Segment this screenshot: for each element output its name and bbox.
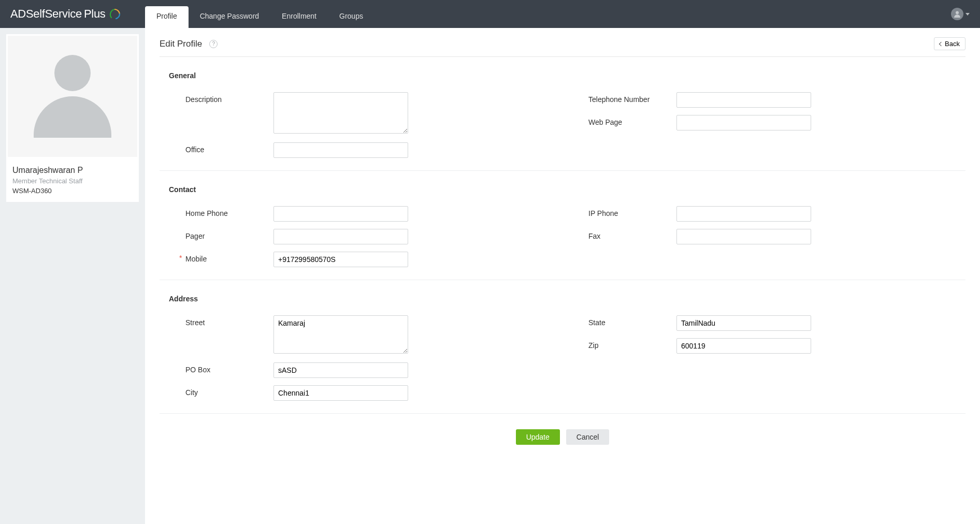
- user-menu[interactable]: [951, 8, 980, 20]
- office-input[interactable]: [273, 142, 408, 158]
- back-button[interactable]: Back: [934, 37, 965, 50]
- logo-plus: Plus: [84, 7, 106, 21]
- ipphone-input[interactable]: [676, 206, 811, 222]
- city-input[interactable]: [273, 385, 408, 401]
- webpage-label: Web Page: [563, 115, 676, 126]
- pobox-label: PO Box: [160, 362, 273, 374]
- street-input[interactable]: Kamaraj: [273, 315, 408, 354]
- logo-swirl-icon: [108, 7, 122, 21]
- webpage-input[interactable]: [676, 115, 811, 130]
- tab-groups[interactable]: Groups: [328, 6, 374, 28]
- pobox-input[interactable]: [273, 362, 408, 378]
- profile-org: WSM-AD360: [12, 187, 133, 195]
- section-general: General Description Office Telephone Num…: [160, 62, 965, 171]
- svg-point-0: [956, 11, 959, 14]
- tab-enrollment[interactable]: Enrollment: [270, 6, 328, 28]
- section-contact-title: Contact: [160, 176, 965, 206]
- street-label: Street: [160, 315, 273, 327]
- mobile-label-text: Mobile: [185, 255, 207, 263]
- section-address-title: Address: [160, 285, 965, 315]
- ipphone-label: IP Phone: [563, 206, 676, 217]
- help-icon[interactable]: ?: [209, 40, 218, 48]
- page-header: Edit Profile ? Back: [160, 37, 965, 57]
- chevron-down-icon: [965, 13, 970, 16]
- app-logo: ADSelfService Plus: [0, 0, 145, 28]
- tab-profile[interactable]: Profile: [145, 6, 189, 28]
- homephone-label: Home Phone: [160, 206, 273, 217]
- state-input[interactable]: [676, 315, 811, 331]
- zip-label: Zip: [563, 338, 676, 350]
- mobile-label: * Mobile: [160, 252, 273, 263]
- section-general-title: General: [160, 62, 965, 92]
- profile-role: Member Technical Staff: [12, 177, 133, 185]
- office-label: Office: [160, 142, 273, 154]
- mobile-input[interactable]: [273, 252, 408, 267]
- user-avatar-icon: [951, 8, 963, 20]
- main-content: Edit Profile ? Back General Description …: [145, 28, 980, 524]
- avatar-body-icon: [34, 96, 111, 138]
- profile-name: Umarajeshwaran P: [12, 166, 133, 175]
- fax-input[interactable]: [676, 229, 811, 244]
- body-container: Umarajeshwaran P Member Technical Staff …: [0, 28, 980, 524]
- zip-input[interactable]: [676, 338, 811, 354]
- description-label: Description: [160, 92, 273, 104]
- telephone-input[interactable]: [676, 92, 811, 108]
- back-button-label: Back: [945, 40, 960, 48]
- sidebar: Umarajeshwaran P Member Technical Staff …: [0, 28, 145, 524]
- page-title: Edit Profile: [160, 39, 202, 49]
- description-input[interactable]: [273, 92, 408, 134]
- telephone-label: Telephone Number: [563, 92, 676, 104]
- cancel-button[interactable]: Cancel: [566, 429, 610, 445]
- chevron-left-icon: [939, 41, 943, 46]
- top-tabs: Profile Change Password Enrollment Group…: [145, 6, 374, 28]
- section-contact: Contact Home Phone Pager * Mobile: [160, 176, 965, 280]
- pager-label: Pager: [160, 229, 273, 240]
- avatar-placeholder: [6, 34, 139, 158]
- section-address: Address Street Kamaraj PO Box City: [160, 285, 965, 414]
- logo-text: ADSelfService: [10, 7, 82, 21]
- state-label: State: [563, 315, 676, 327]
- tab-change-password[interactable]: Change Password: [189, 6, 270, 28]
- form-actions: Update Cancel: [160, 419, 965, 455]
- profile-card: Umarajeshwaran P Member Technical Staff …: [6, 34, 139, 202]
- city-label: City: [160, 385, 273, 397]
- required-asterisk-icon: *: [179, 254, 182, 262]
- fax-label: Fax: [563, 229, 676, 240]
- update-button[interactable]: Update: [516, 429, 560, 445]
- top-header: ADSelfService Plus Profile Change Passwo…: [0, 0, 980, 28]
- pager-input[interactable]: [273, 229, 408, 244]
- homephone-input[interactable]: [273, 206, 408, 222]
- avatar-head-icon: [54, 55, 91, 91]
